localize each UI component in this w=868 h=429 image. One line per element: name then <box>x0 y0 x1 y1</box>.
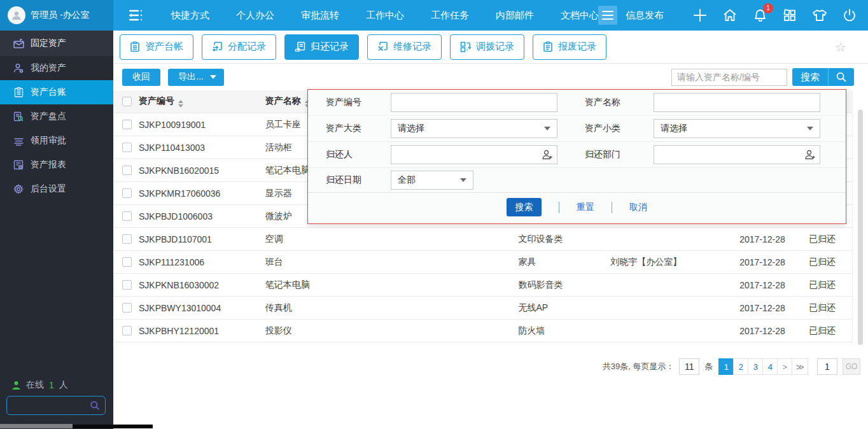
row-checkbox[interactable] <box>122 120 132 129</box>
document-swap-icon <box>212 41 223 52</box>
home-icon[interactable] <box>722 7 738 24</box>
row-checkbox[interactable] <box>122 211 132 221</box>
return-dept-input[interactable] <box>654 145 820 164</box>
sidebar-item-label: 我的资产 <box>31 62 66 74</box>
sidebar-item-requisition-approval[interactable]: 领用审批 <box>0 129 113 153</box>
filter-row: 资产编号 资产名称 <box>308 90 846 116</box>
asset-name-input[interactable] <box>654 93 820 112</box>
person-add-icon[interactable] <box>804 149 816 160</box>
filter-actions: 搜索 重置 取消 <box>308 192 846 222</box>
sidebar-search-input[interactable] <box>7 401 90 411</box>
person-add-icon[interactable] <box>542 149 553 160</box>
return-date-select[interactable]: 全部 <box>391 171 473 190</box>
user-name: 管理员 -办公室 <box>31 10 90 21</box>
add-icon[interactable] <box>692 7 708 24</box>
divider <box>559 202 559 213</box>
quick-search-input[interactable] <box>671 69 787 86</box>
vertical-scrollbar[interactable] <box>858 109 863 345</box>
page-buttons: 1 2 3 4 > ≫ <box>719 358 808 375</box>
asset-major-select[interactable]: 请选择 <box>391 119 557 138</box>
returner-input[interactable] <box>391 145 557 164</box>
select-all-checkbox[interactable] <box>122 97 132 106</box>
sidebar-item-asset-ledger[interactable]: 资产台账 <box>0 80 113 104</box>
tab-repair-records[interactable]: 维修记录 <box>367 34 442 60</box>
row-checkbox[interactable] <box>122 188 132 198</box>
tab-allocation-records[interactable]: 分配记录 <box>202 34 276 60</box>
sort-icon[interactable] <box>178 100 183 108</box>
sidebar-search-icon[interactable] <box>90 400 100 411</box>
recall-button[interactable]: 收回 <box>122 69 160 86</box>
table-row: SJKPBHY12120001 投影仪 防火墙 2017-12-28 已归还 <box>113 320 852 342</box>
last-page-button[interactable]: ≫ <box>792 358 808 375</box>
row-checkbox[interactable] <box>122 257 132 267</box>
chevron-down-icon <box>544 127 550 130</box>
theme-shirt-icon[interactable] <box>811 7 828 24</box>
cell-date: 2017-12-28 <box>739 280 809 290</box>
sidebar-item-asset-inventory[interactable]: 资产盘点 <box>0 104 113 129</box>
tab-label: 维修记录 <box>393 41 431 53</box>
sidebar-item-fixed-assets[interactable]: 固定资产 <box>0 31 113 56</box>
row-checkbox[interactable] <box>122 303 132 313</box>
page-1-button[interactable]: 1 <box>718 358 734 375</box>
filter-row: 归还人 归还部门 <box>308 142 846 168</box>
page-4-button[interactable]: 4 <box>762 358 778 375</box>
goto-page-input[interactable] <box>817 358 837 375</box>
nav-item-info-publish[interactable]: 信息发布 <box>612 0 677 31</box>
tab-return-records[interactable]: 归还记录 <box>284 34 359 60</box>
nav-item-personal-office[interactable]: 个人办公 <box>223 0 288 31</box>
bottom-strip-gray <box>0 424 73 428</box>
cell-status: 已归还 <box>809 279 852 291</box>
page-size-input[interactable] <box>679 358 699 375</box>
export-button[interactable]: 导出... <box>168 69 224 86</box>
cell-asset-code: SJKP111231006 <box>139 257 265 267</box>
row-checkbox[interactable] <box>122 165 132 175</box>
row-checkbox[interactable] <box>122 280 132 290</box>
select-value: 全部 <box>398 174 416 186</box>
search-label: 搜索 <box>792 71 828 83</box>
sidebar-item-backend-settings[interactable]: 后台设置 <box>0 177 113 201</box>
row-checkbox[interactable] <box>122 234 132 244</box>
tab-transfer-records[interactable]: 调拨记录 <box>450 34 524 60</box>
user-profile[interactable]: 管理员 -办公室 <box>0 0 113 31</box>
go-button[interactable]: GO <box>843 358 860 375</box>
asset-major-label: 资产大类 <box>326 123 391 134</box>
asset-minor-select[interactable]: 请选择 <box>654 119 820 138</box>
filter-row: 资产大类 请选择 资产小类 请选择 <box>308 116 846 142</box>
nav-item-shortcuts[interactable]: 快捷方式 <box>158 0 223 31</box>
apps-grid-icon[interactable] <box>781 7 798 24</box>
page-2-button[interactable]: 2 <box>733 358 748 375</box>
header-asset-name[interactable]: 资产名称 <box>265 95 301 106</box>
search-icon[interactable] <box>829 71 854 83</box>
export-label: 导出... <box>178 71 204 83</box>
sidebar-search <box>6 396 106 415</box>
collapse-menu-icon[interactable] <box>125 0 146 31</box>
nav-item-approval-flow[interactable]: 审批流转 <box>288 0 353 31</box>
row-checkbox[interactable] <box>122 143 132 152</box>
page-size-unit: 条 <box>704 361 713 372</box>
page-3-button[interactable]: 3 <box>748 358 763 375</box>
nav-item-internal-mail[interactable]: 内部邮件 <box>482 0 547 31</box>
nav-item-work-center[interactable]: 工作中心 <box>353 0 417 31</box>
cell-asset-name: 班台 <box>265 257 519 268</box>
notifications-bell-icon[interactable]: 1 <box>752 7 768 24</box>
filter-search-button[interactable]: 搜索 <box>507 198 542 216</box>
search-button[interactable]: 搜索 <box>792 68 854 86</box>
sidebar-item-asset-reports[interactable]: 资产报表 <box>0 153 113 177</box>
table-row: SJKPKNB16030002 笔记本电脑 数码影音类 2017-12-28 已… <box>113 274 852 297</box>
nav-item-work-tasks[interactable]: 工作任务 <box>417 0 482 31</box>
tab-scrap-records[interactable]: 报废记录 <box>533 34 606 60</box>
more-menu-icon[interactable] <box>598 6 617 25</box>
header-asset-code[interactable]: 资产编号 <box>139 95 174 106</box>
cell-category: 无线AP <box>518 302 610 314</box>
sidebar-item-my-assets[interactable]: 我的资产 <box>0 56 113 80</box>
cell-asset-code: SJKPBHY12120001 <box>139 326 265 336</box>
favorite-star-icon[interactable]: ☆ <box>835 39 846 55</box>
filter-cancel-button[interactable]: 取消 <box>629 202 647 213</box>
row-checkbox[interactable] <box>122 326 132 335</box>
next-page-button[interactable]: > <box>777 358 792 375</box>
logout-power-icon[interactable] <box>841 7 858 24</box>
asset-code-input[interactable] <box>391 93 557 112</box>
sidebar: 固定资产 我的资产 资产台账 资产盘点 领用审批 资产报表 后台设置 <box>0 31 113 429</box>
filter-reset-button[interactable]: 重置 <box>577 202 594 213</box>
tab-asset-ledger[interactable]: 资产台帐 <box>120 34 193 60</box>
